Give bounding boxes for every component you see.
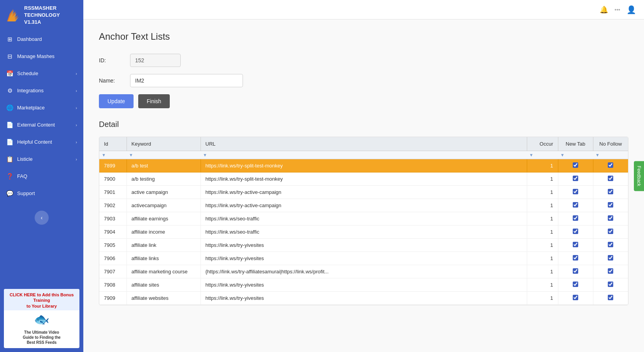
table-row[interactable]: 7900 a/b testing https://link.ws/try-spl… (99, 172, 628, 186)
sidebar-item-helpful-content[interactable]: 📄 Helpful Content › (0, 134, 83, 151)
cell-nofollow[interactable] (593, 265, 628, 278)
table-row[interactable]: 7907 affiliate marketing course {https:/… (99, 265, 628, 278)
cell-newtab[interactable] (558, 186, 593, 199)
promo-fish-icon: 🐟 (4, 310, 79, 328)
table-body: 7899 a/b test https://link.ws/try-split-… (99, 159, 628, 305)
table-row[interactable]: 7905 affiliate link https://link.ws/try-… (99, 239, 628, 252)
sidebar: RSSMASHER TECHNOLOGY V1.31A ⊞ Dashboard … (0, 0, 83, 352)
filter-newtab-icon: ▼ (560, 153, 565, 157)
cell-newtab[interactable] (558, 265, 593, 278)
listicle-icon: 📋 (6, 156, 13, 163)
table-row[interactable]: 7902 activecampaign https://link.ws/try-… (99, 199, 628, 212)
table-row[interactable]: 7904 affiliate income https://link.ws/se… (99, 225, 628, 239)
sidebar-item-integrations[interactable]: ⚙ Integrations › (0, 82, 83, 99)
newtab-checkbox[interactable] (573, 282, 578, 287)
promo-link-text: CLICK HERE to Add this Bonus Training to… (6, 292, 77, 309)
id-input[interactable] (130, 54, 181, 67)
table-row[interactable]: 7901 active campaign https://link.ws/try… (99, 186, 628, 199)
table-row[interactable]: 7909 affiliate websites https://link.ws/… (99, 292, 628, 305)
cell-nofollow[interactable] (593, 212, 628, 225)
sidebar-nav: ⊞ Dashboard ⊟ Manage Mashes 📅 Schedule ›… (0, 31, 83, 202)
newtab-checkbox[interactable] (573, 215, 578, 221)
nofollow-checkbox[interactable] (608, 255, 613, 260)
filter-keyword-icon: ▼ (129, 153, 133, 157)
cell-newtab[interactable] (558, 172, 593, 186)
cell-nofollow[interactable] (593, 159, 628, 172)
cell-nofollow[interactable] (593, 225, 628, 239)
cell-newtab[interactable] (558, 212, 593, 225)
helpful-content-chevron: › (76, 140, 77, 144)
sidebar-collapse-button[interactable]: ‹ (35, 211, 49, 225)
newtab-checkbox[interactable] (573, 202, 578, 208)
cell-newtab[interactable] (558, 252, 593, 265)
name-input[interactable] (130, 74, 243, 87)
table-row[interactable]: 7903 affiliate earnings https://link.ws/… (99, 212, 628, 225)
anchor-text-table-wrapper: Id Keyword URL Occur New Tab No Follow ▼… (99, 137, 628, 305)
newtab-checkbox[interactable] (573, 242, 578, 247)
cell-newtab[interactable] (558, 225, 593, 239)
cell-nofollow[interactable] (593, 292, 628, 305)
nofollow-checkbox[interactable] (608, 202, 613, 208)
sidebar-item-dashboard[interactable]: ⊞ Dashboard (0, 31, 83, 48)
newtab-checkbox[interactable] (573, 295, 578, 300)
sidebar-item-listicle[interactable]: 📋 Listicle › (0, 151, 83, 168)
cell-nofollow[interactable] (593, 199, 628, 212)
sidebar-item-manage-mashes[interactable]: ⊟ Manage Mashes (0, 48, 83, 65)
newtab-checkbox[interactable] (573, 176, 578, 181)
table-row[interactable]: 7908 affiliate sites https://link.ws/try… (99, 278, 628, 292)
cell-nofollow[interactable] (593, 252, 628, 265)
sidebar-item-schedule[interactable]: 📅 Schedule › (0, 65, 83, 82)
finish-button[interactable]: Finish (138, 94, 170, 108)
cell-id: 7905 (99, 239, 127, 252)
table-row[interactable]: 7899 a/b test https://link.ws/try-split-… (99, 159, 628, 172)
page-title: Anchor Text Lists (99, 31, 628, 42)
cell-nofollow[interactable] (593, 278, 628, 292)
topbar-dots-icon[interactable]: ••• (614, 7, 620, 13)
support-icon: 💬 (6, 190, 13, 197)
cell-nofollow[interactable] (593, 172, 628, 186)
logo-icon (4, 7, 21, 24)
sidebar-item-faq[interactable]: ❓ FAQ (0, 168, 83, 185)
notification-bell-icon[interactable]: 🔔 (600, 5, 608, 14)
newtab-checkbox[interactable] (573, 268, 578, 274)
col-header-url: URL (201, 137, 527, 151)
newtab-checkbox[interactable] (573, 255, 578, 260)
col-header-newtab: New Tab (558, 137, 593, 151)
nofollow-checkbox[interactable] (608, 242, 613, 247)
marketplace-icon: 🌐 (6, 104, 13, 111)
nofollow-checkbox[interactable] (608, 189, 613, 194)
newtab-checkbox[interactable] (573, 229, 578, 234)
newtab-checkbox[interactable] (573, 162, 578, 168)
cell-nofollow[interactable] (593, 239, 628, 252)
cell-occur: 1 (527, 186, 558, 199)
cell-newtab[interactable] (558, 199, 593, 212)
nofollow-checkbox[interactable] (608, 176, 613, 181)
nofollow-checkbox[interactable] (608, 268, 613, 274)
newtab-checkbox[interactable] (573, 189, 578, 194)
cell-newtab[interactable] (558, 292, 593, 305)
sidebar-item-marketplace[interactable]: 🌐 Marketplace › (0, 99, 83, 116)
sidebar-promo-area: CLICK HERE to Add this Bonus Training to… (0, 285, 83, 352)
nofollow-checkbox[interactable] (608, 215, 613, 221)
sidebar-item-support[interactable]: 💬 Support (0, 185, 83, 202)
listicle-chevron: › (76, 157, 77, 162)
sidebar-promo-box[interactable]: CLICK HERE to Add this Bonus Training to… (4, 289, 79, 348)
table-row[interactable]: 7906 affiliate links https://link.ws/try… (99, 252, 628, 265)
cell-keyword: affiliate websites (127, 292, 201, 305)
nofollow-checkbox[interactable] (608, 229, 613, 234)
nofollow-checkbox[interactable] (608, 162, 613, 168)
nofollow-checkbox[interactable] (608, 295, 613, 300)
cell-newtab[interactable] (558, 159, 593, 172)
user-avatar[interactable]: 👤 (626, 5, 636, 14)
cell-newtab[interactable] (558, 278, 593, 292)
cell-url: https://link.ws/seo-traffic (201, 225, 527, 239)
sidebar-item-external-content[interactable]: 📄 External Content › (0, 116, 83, 134)
feedback-tab[interactable]: Feedback (634, 161, 644, 191)
content-area: Anchor Text Lists ID: Name: Update Finis… (83, 19, 644, 352)
cell-nofollow[interactable] (593, 186, 628, 199)
cell-id: 7907 (99, 265, 127, 278)
nofollow-checkbox[interactable] (608, 282, 613, 287)
cell-newtab[interactable] (558, 239, 593, 252)
update-button[interactable]: Update (99, 94, 134, 108)
cell-keyword: active campaign (127, 186, 201, 199)
